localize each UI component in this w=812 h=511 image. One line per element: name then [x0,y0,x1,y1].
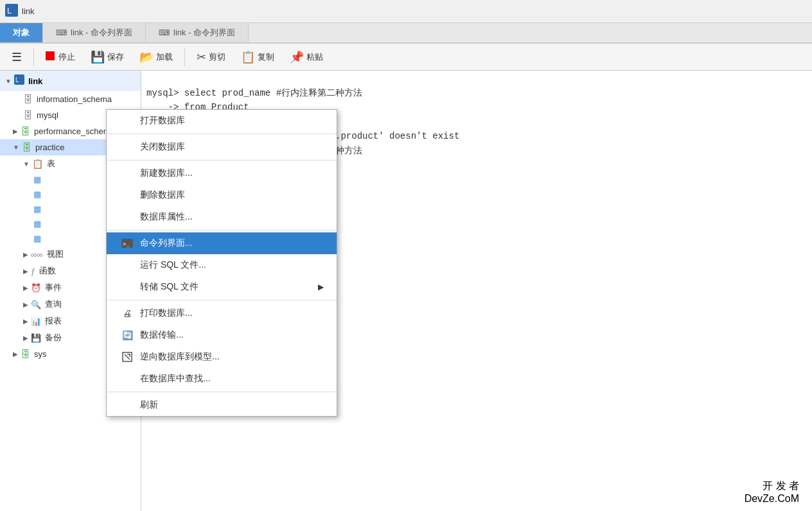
menu-sep-1 [107,134,337,134]
cmdline-icon: >_ [119,239,135,248]
context-menu-overlay: 打开数据库 关闭数据库 新建数据库... 删除数据库 数据库属性.. [0,0,812,511]
menu-dump-sql[interactable]: 转储 SQL 文件 ▶ [107,276,337,298]
menu-print-db[interactable]: 🖨 打印数据库... [107,302,337,324]
menu-run-sql[interactable]: 运行 SQL 文件... [107,254,337,276]
menu-sep-5 [107,392,337,392]
menu-open-db[interactable]: 打开数据库 [107,110,337,132]
print-db-icon: 🖨 [119,308,135,318]
menu-data-transfer[interactable]: 🔄 数据传输... [107,324,337,346]
menu-refresh[interactable]: 刷新 [107,394,337,416]
context-menu: 打开数据库 关闭数据库 新建数据库... 删除数据库 数据库属性.. [106,109,337,417]
menu-reverse-model[interactable]: 逆向数据库到模型... [107,346,337,368]
reverse-model-icon [119,352,135,362]
menu-new-db[interactable]: 新建数据库... [107,162,337,184]
menu-delete-db[interactable]: 删除数据库 [107,184,337,206]
menu-close-db[interactable]: 关闭数据库 [107,136,337,158]
svg-line-7 [125,354,130,359]
data-transfer-icon: 🔄 [119,330,135,340]
menu-sep-3 [107,230,337,230]
dump-sql-arrow: ▶ [318,282,324,291]
menu-db-props[interactable]: 数据库属性... [107,206,337,228]
svg-text:>_: >_ [123,241,130,247]
menu-find-in-db[interactable]: 在数据库中查找... [107,368,337,390]
menu-sep-2 [107,160,337,160]
menu-sep-4 [107,300,337,300]
menu-cmdline[interactable]: >_ 命令列界面... [107,232,337,254]
